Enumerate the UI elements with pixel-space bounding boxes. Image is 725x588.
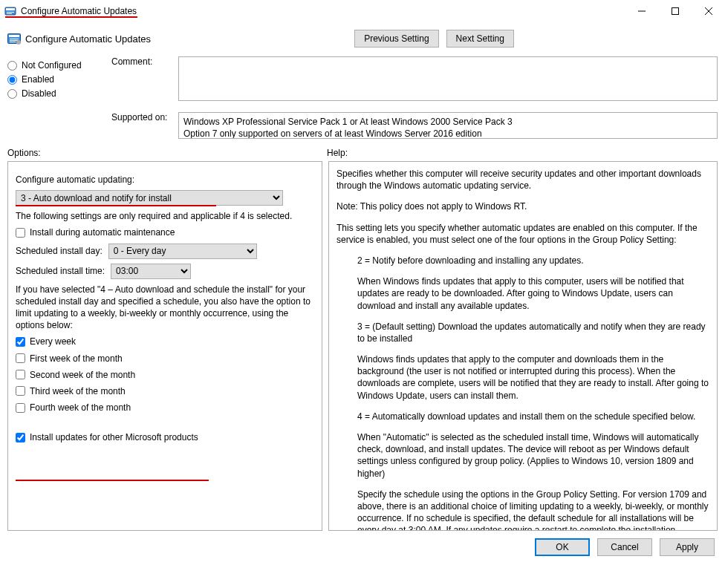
footer: OK Cancel Apply bbox=[0, 531, 725, 556]
cancel-button[interactable]: Cancel bbox=[597, 538, 652, 556]
sched-day-select[interactable]: 0 - Every day bbox=[108, 244, 257, 259]
third-week-checkbox[interactable] bbox=[16, 386, 25, 396]
help-p4: When Windows finds updates that apply to… bbox=[337, 275, 709, 312]
radio-enabled-input[interactable] bbox=[7, 75, 17, 85]
second-week-row[interactable]: Second week of the month bbox=[16, 369, 314, 381]
svg-rect-5 bbox=[672, 8, 678, 15]
svg-rect-10 bbox=[10, 39, 19, 39]
maximize-button[interactable] bbox=[658, 1, 692, 22]
configure-updating-select[interactable]: 3 - Auto download and notify for install bbox=[16, 190, 283, 206]
annotation-underline bbox=[5, 16, 137, 18]
titlebar: Configure Automatic Updates bbox=[0, 0, 725, 22]
comment-label: Comment: bbox=[111, 56, 152, 67]
supported-on-line1: Windows XP Professional Service Pack 1 o… bbox=[183, 116, 712, 128]
every-week-row[interactable]: Every week bbox=[16, 336, 314, 347]
options-header: Options: bbox=[7, 148, 327, 158]
install-maintenance-checkbox[interactable] bbox=[16, 228, 25, 238]
svg-rect-2 bbox=[7, 12, 14, 13]
annotation-underline bbox=[16, 205, 216, 206]
policy-icon bbox=[7, 32, 21, 45]
install-maintenance-label: Install during automatic maintenance bbox=[30, 226, 175, 238]
comment-textarea[interactable] bbox=[178, 56, 718, 101]
sched-time-select[interactable]: 03:00 bbox=[111, 264, 191, 279]
close-button[interactable] bbox=[692, 1, 725, 22]
next-setting-button[interactable]: Next Setting bbox=[446, 30, 514, 48]
help-p3: 2 = Notify before downloading and instal… bbox=[337, 255, 709, 267]
sched-time-label: Scheduled install time: bbox=[16, 265, 105, 277]
help-p8: When "Automatic" is selected as the sche… bbox=[337, 431, 709, 480]
third-week-label: Third week of the month bbox=[30, 385, 126, 397]
svg-rect-12 bbox=[10, 42, 16, 42]
fourth-week-checkbox[interactable] bbox=[16, 403, 25, 413]
schedule-explain: If you have selected "4 – Auto download … bbox=[16, 284, 314, 332]
help-p9: Specify the schedule using the options i… bbox=[337, 489, 709, 531]
second-week-checkbox[interactable] bbox=[16, 370, 25, 379]
help-p5: 3 = (Default setting) Download the updat… bbox=[337, 321, 709, 344]
help-p2: This setting lets you specify whether au… bbox=[337, 222, 709, 246]
supported-on-label: Supported on: bbox=[111, 112, 167, 122]
radio-not-configured-label: Not Configured bbox=[22, 60, 82, 71]
first-week-label: First week of the month bbox=[30, 353, 123, 365]
previous-setting-button[interactable]: Previous Setting bbox=[354, 30, 438, 48]
radio-enabled-label: Enabled bbox=[22, 74, 54, 85]
help-header: Help: bbox=[327, 148, 718, 158]
install-maintenance-row[interactable]: Install during automatic maintenance bbox=[16, 226, 314, 238]
supported-on-line2: Option 7 only supported on servers of at… bbox=[183, 128, 712, 139]
minimize-button[interactable] bbox=[625, 1, 658, 22]
help-p7: 4 = Automatically download updates and i… bbox=[337, 411, 709, 422]
svg-rect-3 bbox=[7, 13, 12, 14]
radio-disabled-input[interactable] bbox=[7, 89, 17, 99]
fourth-week-label: Fourth week of the month bbox=[30, 402, 131, 414]
every-week-checkbox[interactable] bbox=[16, 337, 25, 347]
window-title: Configure Automatic Updates bbox=[21, 6, 137, 16]
other-products-row[interactable]: Install updates for other Microsoft prod… bbox=[16, 431, 314, 443]
other-products-checkbox[interactable] bbox=[16, 433, 25, 442]
radio-disabled-label: Disabled bbox=[22, 88, 56, 99]
sched-day-label: Scheduled install day: bbox=[16, 245, 103, 257]
policy-app-icon bbox=[4, 5, 16, 17]
radio-not-configured[interactable]: Not Configured bbox=[7, 60, 104, 71]
radio-enabled[interactable]: Enabled bbox=[7, 74, 104, 85]
annotation-underline bbox=[16, 480, 209, 481]
help-p1: Note: This policy does not apply to Wind… bbox=[337, 200, 709, 212]
help-p0: Specifies whether this computer will rec… bbox=[337, 168, 709, 192]
policy-title: Configure Automatic Updates bbox=[25, 33, 151, 45]
ok-button[interactable]: OK bbox=[535, 538, 590, 556]
configure-updating-label: Configure automatic updating: bbox=[16, 174, 314, 186]
apply-button[interactable]: Apply bbox=[660, 538, 715, 556]
every-week-label: Every week bbox=[30, 336, 76, 347]
second-week-label: Second week of the month bbox=[30, 369, 135, 381]
svg-point-13 bbox=[16, 40, 21, 45]
help-p6: Windows finds updates that apply to the … bbox=[337, 353, 709, 402]
third-week-row[interactable]: Third week of the month bbox=[16, 385, 314, 397]
note-required: The following settings are only required… bbox=[16, 210, 314, 222]
radio-disabled[interactable]: Disabled bbox=[7, 88, 104, 99]
options-panel[interactable]: Configure automatic updating: 3 - Auto d… bbox=[7, 161, 322, 531]
first-week-checkbox[interactable] bbox=[16, 353, 25, 363]
supported-on-box[interactable]: Windows XP Professional Service Pack 1 o… bbox=[178, 112, 718, 139]
other-products-label: Install updates for other Microsoft prod… bbox=[30, 431, 198, 443]
svg-rect-1 bbox=[6, 8, 15, 10]
fourth-week-row[interactable]: Fourth week of the month bbox=[16, 402, 314, 414]
first-week-row[interactable]: First week of the month bbox=[16, 353, 314, 365]
header-row: Configure Automatic Updates Previous Set… bbox=[0, 22, 725, 56]
help-panel[interactable]: Specifies whether this computer will rec… bbox=[328, 161, 718, 531]
radio-not-configured-input[interactable] bbox=[7, 61, 17, 71]
svg-rect-9 bbox=[9, 35, 19, 37]
